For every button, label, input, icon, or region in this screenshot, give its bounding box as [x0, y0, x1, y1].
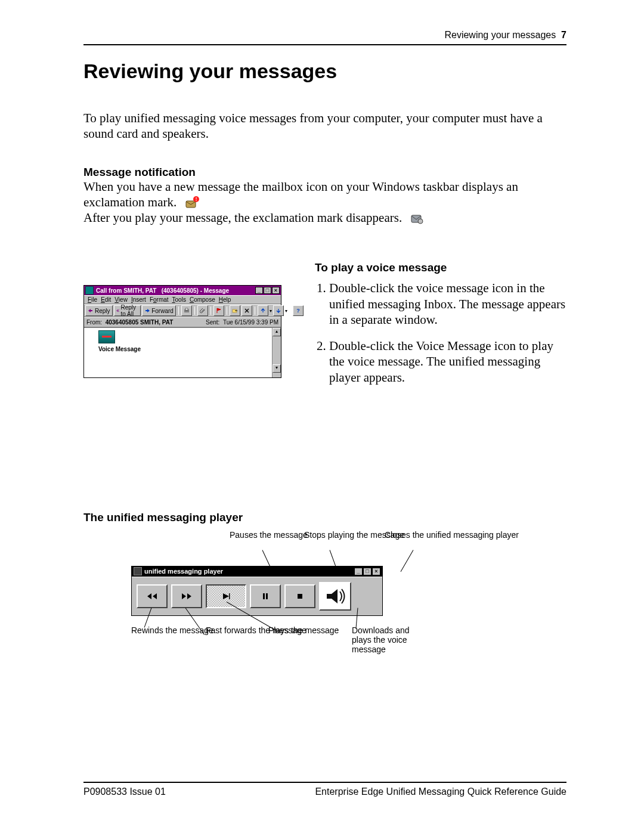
- play-steps: Double-click the voice message icon in t…: [315, 280, 566, 385]
- speaker-icon: [323, 586, 347, 607]
- print-button[interactable]: [181, 305, 192, 316]
- footer-left: P0908533 Issue 01: [83, 786, 166, 797]
- section-heading-play: To play a voice message: [315, 261, 566, 274]
- fast-forward-icon: [181, 592, 193, 600]
- reply-all-button[interactable]: Reply to All: [114, 305, 141, 316]
- svg-rect-12: [298, 594, 302, 599]
- close-button[interactable]: ×: [272, 287, 280, 294]
- menu-file[interactable]: File: [88, 296, 97, 303]
- folder-move-icon: [232, 308, 238, 314]
- maximize-button[interactable]: □: [264, 287, 271, 294]
- player-titlebar[interactable]: unified messaging player _ □ ×: [132, 566, 382, 577]
- sent-label: Sent:: [206, 319, 219, 326]
- step-2: Double-click the Voice Message icon to p…: [329, 338, 566, 385]
- delete-button[interactable]: [242, 305, 252, 316]
- help-button[interactable]: ?: [293, 305, 304, 316]
- from-sent-row: From: 4036405805 SMITH, PAT Sent: Tue 6/…: [84, 317, 281, 327]
- svg-rect-11: [266, 593, 268, 599]
- rewind-button[interactable]: [137, 584, 168, 608]
- menu-insert[interactable]: Insert: [131, 296, 146, 303]
- outlook-message-window: Call from SMITH, PAT (4036405805) - Mess…: [83, 285, 281, 378]
- section-heading-player: The unified messaging player: [83, 511, 566, 524]
- play-icon: [221, 592, 231, 600]
- message-window-figure: Call from SMITH, PAT (4036405805) - Mess…: [83, 261, 298, 378]
- player-close-button[interactable]: ×: [372, 568, 380, 575]
- next-icon: [275, 308, 281, 314]
- page-footer: P0908533 Issue 01 Enterprise Edge Unifie…: [83, 782, 566, 797]
- menu-format[interactable]: Format: [150, 296, 169, 303]
- menu-bar[interactable]: File Edit View Insert Format Tools Compo…: [84, 295, 281, 304]
- voice-message-icon[interactable]: [98, 330, 115, 343]
- svg-rect-10: [263, 593, 265, 599]
- delete-x-icon: [244, 308, 250, 314]
- prev-button[interactable]: [258, 305, 268, 316]
- title-suffix: - Message: [200, 287, 229, 294]
- menu-help[interactable]: Help: [219, 296, 231, 303]
- title-caller: SMITH, PAT: [123, 287, 156, 294]
- svg-text:!: !: [195, 197, 197, 202]
- player-maximize-button[interactable]: □: [363, 568, 371, 575]
- attach-button[interactable]: [197, 305, 208, 316]
- toolbar: Reply Reply to All Forward: [84, 304, 281, 317]
- pause-button[interactable]: [250, 584, 281, 608]
- notification-line2: After you play your message, the exclama…: [83, 210, 402, 225]
- prev-dropdown[interactable]: ▾: [270, 308, 272, 314]
- next-button[interactable]: [273, 305, 284, 316]
- intro-paragraph: To play unified messaging voice messages…: [83, 110, 566, 142]
- prev-icon: [260, 308, 266, 314]
- window-titlebar[interactable]: Call from SMITH, PAT (4036405805) - Mess…: [84, 286, 281, 295]
- flag-icon: [216, 308, 222, 314]
- player-minimize-button[interactable]: _: [354, 568, 363, 575]
- annot-close: Closes the unified messaging player: [385, 530, 519, 540]
- window-app-icon: [85, 286, 94, 295]
- page-number: 7: [561, 30, 566, 40]
- scroll-down-button[interactable]: ▾: [273, 364, 281, 373]
- printer-icon: [184, 308, 190, 314]
- next-dropdown[interactable]: ▾: [285, 308, 287, 314]
- annot-pause: Pauses the message: [230, 530, 308, 540]
- forward-button[interactable]: Forward: [142, 305, 176, 316]
- running-head-text: Reviewing your messages: [444, 30, 556, 40]
- footer-right: Enterprise Edge Unified Messaging Quick …: [315, 786, 566, 797]
- menu-compose[interactable]: Compose: [190, 296, 215, 303]
- fast-forward-button[interactable]: [171, 584, 202, 608]
- scroll-up-button[interactable]: ▴: [273, 328, 281, 336]
- svg-rect-9: [229, 593, 230, 599]
- player-diagram: Pauses the message Stops playing the mes…: [83, 530, 566, 715]
- scrollbar[interactable]: ▴ ▾: [272, 328, 281, 377]
- reply-all-arrow-icon: [116, 308, 120, 314]
- page: Reviewing your messages 7 Reviewing your…: [0, 0, 644, 833]
- player-app-icon: [134, 567, 142, 575]
- play-button[interactable]: [206, 584, 246, 608]
- notification-body: When you have a new message the mailbox …: [83, 179, 566, 226]
- message-body: Voice Message ▴ ▾: [84, 327, 281, 377]
- running-head: Reviewing your messages 7: [83, 30, 566, 45]
- page-title: Reviewing your messages: [83, 60, 566, 83]
- menu-edit[interactable]: Edit: [101, 296, 111, 303]
- step-1: Double-click the voice message icon in t…: [329, 280, 566, 327]
- pause-icon: [261, 592, 270, 600]
- stop-button[interactable]: [284, 584, 315, 608]
- title-call-from: Call from: [96, 287, 122, 294]
- move-button[interactable]: [230, 305, 240, 316]
- player-title-text: unified messaging player: [144, 568, 223, 575]
- menu-tools[interactable]: Tools: [172, 296, 186, 303]
- stop-icon: [296, 592, 304, 600]
- menu-view[interactable]: View: [114, 296, 128, 303]
- annot-play: Plays the message: [268, 625, 339, 635]
- svg-point-4: [418, 219, 423, 224]
- mailbox-alert-icon: !: [185, 196, 199, 209]
- svg-rect-6: [185, 308, 188, 310]
- voice-message-label: Voice Message: [98, 346, 277, 352]
- paperclip-icon: [200, 308, 206, 314]
- player-window: unified messaging player _ □ ×: [131, 566, 383, 616]
- flag-button[interactable]: [213, 305, 224, 316]
- notification-line1: When you have a new message the mailbox …: [83, 179, 518, 209]
- svg-text:?: ?: [296, 308, 300, 314]
- from-label: From:: [86, 319, 102, 326]
- section-heading-notification: Message notification: [83, 166, 566, 179]
- download-play-button[interactable]: [319, 582, 351, 611]
- rewind-icon: [146, 592, 158, 600]
- minimize-button[interactable]: _: [255, 287, 263, 294]
- reply-button[interactable]: Reply: [85, 305, 113, 316]
